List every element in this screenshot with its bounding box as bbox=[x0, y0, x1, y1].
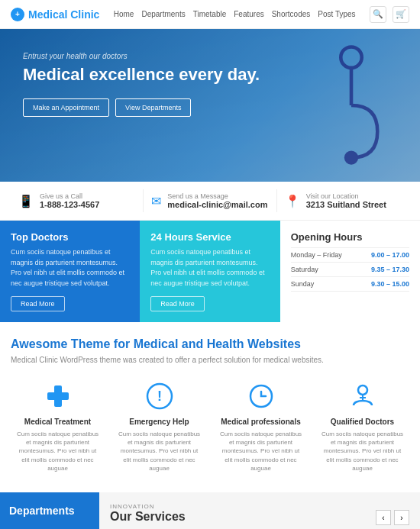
card-opening-hours: Opening Hours Monday – Friday9.00 – 17.0… bbox=[280, 221, 420, 322]
hero-section: Entrust your health our doctors Medical … bbox=[0, 29, 420, 182]
card-top-doctors-title: Top Doctors bbox=[11, 231, 129, 243]
feature-emergency-help: ! Emergency Help Cum sociis natoque pena… bbox=[112, 376, 206, 477]
services-prev-button[interactable]: ‹ bbox=[376, 510, 391, 525]
brand[interactable]: + Medical Clinic bbox=[11, 8, 99, 21]
svg-point-3 bbox=[344, 150, 358, 164]
opening-hours-row: Sunday9.30 – 15.00 bbox=[291, 277, 409, 292]
feature-qualified-doctors-title: Qualified Doctors bbox=[320, 418, 405, 426]
services-tag: Innovation bbox=[110, 503, 186, 510]
opening-day: Saturday bbox=[291, 266, 318, 273]
info-email: ✉ Send us a Message medical-clinic@mail.… bbox=[144, 189, 276, 212]
feature-qualified-doctors: Qualified Doctors Cum sociis natoque pen… bbox=[315, 376, 409, 477]
svg-point-8 bbox=[358, 385, 367, 395]
info-email-label: Send us a Message bbox=[167, 192, 267, 200]
cart-icon[interactable]: 🛒 bbox=[393, 6, 409, 23]
feature-emergency-help-title: Emergency Help bbox=[117, 418, 202, 426]
opening-time: 9.00 – 17.00 bbox=[371, 251, 409, 259]
nav-features[interactable]: Features bbox=[234, 10, 263, 18]
card-top-doctors: Top Doctors Cum sociis natoque penatibus… bbox=[0, 221, 140, 322]
departments-section: Departments Outpatient SurgeryCardiac Cl… bbox=[0, 492, 420, 529]
feature-medical-professionals-text: Cum sociis natoque penatibus et magnis d… bbox=[218, 430, 303, 473]
nav-posttypes[interactable]: Post Types bbox=[318, 10, 355, 18]
nav-actions: 🔍 🛒 bbox=[370, 6, 409, 23]
hero-buttons: Make an Appointment View Departments bbox=[23, 98, 397, 117]
services-title: Our Services bbox=[110, 510, 186, 524]
nav-departments[interactable]: Departments bbox=[141, 10, 185, 18]
departments-button[interactable]: View Departments bbox=[115, 98, 191, 117]
appointment-button[interactable]: Make an Appointment bbox=[23, 98, 109, 117]
navbar: + Medical Clinic Home Departments Timeta… bbox=[0, 0, 420, 29]
feature-qualified-doctors-text: Cum sociis natoque penatibus et magnis d… bbox=[320, 430, 405, 473]
info-bar: 📱 Give us a Call 1-888-123-4567 ✉ Send u… bbox=[0, 182, 420, 221]
features-section: Awesome Theme for Medical and Health Web… bbox=[0, 322, 420, 492]
brand-name: Medical Clinic bbox=[28, 8, 99, 21]
email-icon: ✉ bbox=[151, 194, 161, 208]
opening-day: Monday – Friday bbox=[291, 251, 342, 259]
brand-icon: + bbox=[11, 8, 24, 21]
info-location-label: Visit our Location bbox=[306, 192, 386, 200]
card-top-doctors-text: Cum sociis natoque penatibus et magnis d… bbox=[11, 247, 129, 289]
medical-professionals-icon bbox=[246, 381, 276, 411]
nav-home[interactable]: Home bbox=[114, 10, 134, 18]
card-24hours-text: Cum sociis natoque penatibus et magnis d… bbox=[150, 247, 269, 289]
opening-time: 9.35 – 17.30 bbox=[371, 266, 409, 273]
features-subtitle: Medical Clinic WordPress theme was creat… bbox=[11, 356, 409, 364]
hero-title: Medical excellence every day. bbox=[23, 65, 397, 85]
cards-row: Top Doctors Cum sociis natoque penatibus… bbox=[0, 221, 420, 322]
feature-medical-treatment: Medical Treatment Cum sociis natoque pen… bbox=[11, 376, 105, 477]
card-24hours: 24 Hours Service Cum sociis natoque pena… bbox=[140, 221, 279, 322]
phone-icon: 📱 bbox=[18, 194, 34, 208]
feature-medical-professionals-title: Medical professionals bbox=[218, 418, 303, 426]
card-top-doctors-btn[interactable]: Read More bbox=[11, 296, 65, 311]
feature-medical-treatment-text: Cum sociis natoque penatibus et magnis d… bbox=[15, 430, 100, 473]
svg-text:!: ! bbox=[157, 389, 162, 404]
info-location: 📍 Visit our Location 3213 Suitland Stree… bbox=[277, 189, 409, 212]
location-icon: 📍 bbox=[285, 194, 300, 208]
opening-time: 9.30 – 15.00 bbox=[371, 280, 409, 288]
info-location-value: 3213 Suitland Street bbox=[306, 200, 386, 209]
feature-emergency-help-text: Cum sociis natoque penatibus et magnis d… bbox=[117, 430, 202, 473]
services-area: Innovation Our Services ‹ › 👁 Ophthalmol bbox=[99, 492, 420, 529]
dept-sidebar: Departments Outpatient SurgeryCardiac Cl… bbox=[0, 492, 99, 529]
card-24hours-title: 24 Hours Service bbox=[150, 231, 269, 243]
medical-treatment-icon bbox=[43, 381, 73, 411]
search-icon[interactable]: 🔍 bbox=[370, 6, 386, 23]
card-24hours-btn[interactable]: Read More bbox=[150, 296, 205, 311]
emergency-help-icon: ! bbox=[144, 381, 175, 411]
opening-hours-row: Saturday9.35 – 17.30 bbox=[291, 263, 409, 277]
dept-sidebar-title: Departments bbox=[9, 505, 90, 517]
svg-rect-5 bbox=[47, 392, 69, 400]
dept-links-list: Outpatient SurgeryCardiac ClinicOphthalm… bbox=[9, 526, 90, 529]
qualified-doctors-icon bbox=[347, 381, 378, 411]
nav-shortcodes[interactable]: Shortcodes bbox=[272, 10, 311, 18]
features-title: Awesome Theme for Medical and Health Web… bbox=[11, 337, 409, 351]
features-grid: Medical Treatment Cum sociis natoque pen… bbox=[11, 376, 409, 477]
services-top: Innovation Our Services ‹ › bbox=[110, 503, 409, 529]
hero-content: Entrust your health our doctors Medical … bbox=[0, 29, 420, 140]
nav-timetable[interactable]: Timetable bbox=[193, 10, 227, 18]
info-phone-value: 1-888-123-4567 bbox=[40, 200, 99, 209]
nav-links: Home Departments Timetable Features Shor… bbox=[114, 10, 356, 18]
opening-day: Sunday bbox=[291, 280, 315, 288]
info-email-value: medical-clinic@mail.com bbox=[167, 200, 267, 209]
feature-medical-professionals: Medical professionals Cum sociis natoque… bbox=[214, 376, 308, 477]
info-phone: 📱 Give us a Call 1-888-123-4567 bbox=[11, 189, 144, 212]
opening-hours-row: Monday – Friday9.00 – 17.00 bbox=[291, 247, 409, 263]
card-opening-title: Opening Hours bbox=[291, 231, 409, 243]
opening-hours-list: Monday – Friday9.00 – 17.00Saturday9.35 … bbox=[291, 247, 409, 292]
services-nav: ‹ › bbox=[376, 510, 409, 525]
dept-link-item[interactable]: Outpatient Surgery bbox=[9, 526, 90, 529]
hero-subtitle: Entrust your health our doctors bbox=[23, 52, 397, 60]
services-next-button[interactable]: › bbox=[394, 510, 409, 525]
info-phone-label: Give us a Call bbox=[40, 192, 99, 200]
feature-medical-treatment-title: Medical Treatment bbox=[15, 418, 100, 426]
